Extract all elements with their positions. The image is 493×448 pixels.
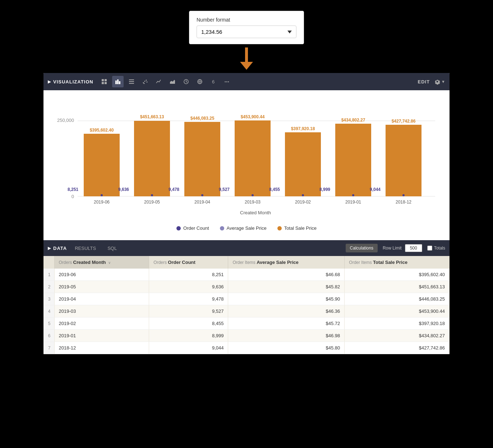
number-format-select[interactable]: 1,234.56 1234.56 1,234 1234 [197,26,296,38]
legend-label-avg-price: Average Sale Price [227,225,267,231]
bar-chart-svg: 250,000 0 $395,602.40 8,251 2019-06 $451… [54,97,439,220]
legend-dot-order-count [176,226,181,230]
number-format-popup: Number format 1,234.56 1234.56 1,234 123… [189,11,304,44]
list-view-icon[interactable] [126,76,137,87]
svg-marker-15 [170,80,175,84]
table-view-icon[interactable] [98,76,110,87]
order-count-header[interactable]: Orders Order Count [149,256,228,269]
cell-created-month: 2019-03 [54,305,149,317]
cell-order-count: 9,478 [149,293,228,305]
settings-gear-icon[interactable]: ▼ [434,78,445,85]
row-number: 1 [43,269,54,281]
cell-created-month: 2019-01 [54,330,149,342]
svg-text:2019-04: 2019-04 [194,200,210,205]
line-chart-view-icon[interactable] [153,76,165,87]
sql-tab[interactable]: SQL [102,243,122,253]
svg-text:2019-03: 2019-03 [245,200,261,205]
svg-text:2019-01: 2019-01 [345,200,361,205]
area-chart-view-icon[interactable] [167,76,178,87]
svg-point-12 [146,80,147,81]
cell-total-sale-price: $451,663.13 [345,281,450,293]
table-row: 6 2019-01 8,999 $46.98 $434,802.27 [43,330,450,342]
svg-point-51 [352,194,354,196]
svg-text:2018-12: 2018-12 [396,200,411,205]
bar-2018-12[interactable] [386,125,421,196]
main-panel: ▶ VISUALIZATION [43,73,450,354]
number-view-icon[interactable]: 6 [208,76,219,87]
data-section-header: ▶ DATA RESULTS SQL Calculations Row Limi… [43,240,450,256]
bar-2019-06[interactable] [84,134,120,196]
cell-total-sale-price: $427,742.86 [345,342,450,354]
bar-2019-02[interactable] [285,132,321,196]
svg-rect-9 [129,83,134,84]
cell-order-count: 9,044 [149,342,228,354]
table-row: 2 2019-05 9,636 $45.82 $451,663.13 [43,281,450,293]
row-number: 6 [43,330,54,342]
svg-text:8,455: 8,455 [269,187,280,192]
cell-total-sale-price: $446,083.25 [345,293,450,305]
legend-dot-total-price [277,226,282,230]
table-row: 5 2019-02 8,455 $45.72 $397,920.18 [43,317,450,330]
more-views-icon[interactable]: ••• [221,76,233,87]
svg-point-49 [252,194,254,196]
bar-chart-view-icon[interactable] [112,76,124,87]
svg-text:9,636: 9,636 [118,187,129,192]
row-number: 5 [43,317,54,330]
clock-view-icon[interactable] [180,76,192,87]
svg-text:250,000: 250,000 [57,118,74,123]
svg-rect-0 [102,79,104,81]
cell-avg-sale-price: $45.90 [228,293,345,305]
edit-button[interactable]: EDIT [418,79,430,84]
legend-label-total-price: Total Sale Price [284,225,317,231]
data-title: ▶ DATA [48,246,67,251]
bar-2019-01[interactable] [335,124,371,196]
arrow-down-indicator [240,44,253,73]
svg-text:2019-02: 2019-02 [295,200,311,205]
totals-checkbox[interactable] [427,246,432,251]
created-month-header[interactable]: Orders Created Month ∨ [54,256,149,269]
results-tab[interactable]: RESULTS [70,243,101,253]
cell-order-count: 8,999 [149,330,228,342]
cell-order-count: 9,527 [149,305,228,317]
row-number: 4 [43,305,54,317]
cell-avg-sale-price: $45.82 [228,281,345,293]
bar-2019-05[interactable] [134,121,170,196]
chart-area: 250,000 0 $395,602.40 8,251 2019-06 $451… [43,90,450,240]
bar-2019-04[interactable] [184,122,220,196]
map-view-icon[interactable] [194,76,206,87]
calculations-button[interactable]: Calculations [346,244,378,252]
scatter-view-icon[interactable] [139,76,151,87]
svg-text:$446,083.25: $446,083.25 [190,116,215,121]
svg-point-14 [143,83,144,84]
avg-sale-price-header[interactable]: Order Items Average Sale Price [228,256,345,269]
svg-text:8,999: 8,999 [319,187,330,192]
svg-rect-2 [102,82,104,84]
row-num-header [43,256,54,269]
svg-text:0: 0 [72,194,74,199]
cell-order-count: 9,636 [149,281,228,293]
cell-created-month: 2019-06 [54,269,149,281]
data-collapse-icon[interactable]: ▶ [48,246,51,251]
svg-text:2019-06: 2019-06 [94,200,110,205]
viz-collapse-icon[interactable]: ▶ [48,79,51,84]
row-limit-input[interactable] [405,244,422,252]
cell-avg-sale-price: $46.98 [228,330,345,342]
table-row: 7 2018-12 9,044 $45.80 $427,742.86 [43,342,450,354]
row-number: 3 [43,293,54,305]
cell-avg-sale-price: $45.80 [228,342,345,354]
total-sale-price-header[interactable]: Order Items Total Sale Price [345,256,450,269]
bar-2019-03[interactable] [235,120,271,196]
chart-legend: Order Count Average Sale Price Total Sal… [54,221,439,237]
visualization-header: ▶ VISUALIZATION [43,73,450,90]
totals-label-text: Totals [434,246,445,251]
cell-order-count: 8,455 [149,317,228,330]
svg-text:$397,920.18: $397,920.18 [291,126,315,131]
svg-rect-1 [105,79,107,81]
legend-order-count: Order Count [176,225,209,231]
visualization-title: ▶ VISUALIZATION [48,79,93,84]
svg-text:9,044: 9,044 [370,187,381,192]
svg-rect-5 [117,79,119,84]
row-number: 2 [43,281,54,293]
row-number: 7 [43,342,54,354]
number-format-label: Number format [197,17,296,23]
